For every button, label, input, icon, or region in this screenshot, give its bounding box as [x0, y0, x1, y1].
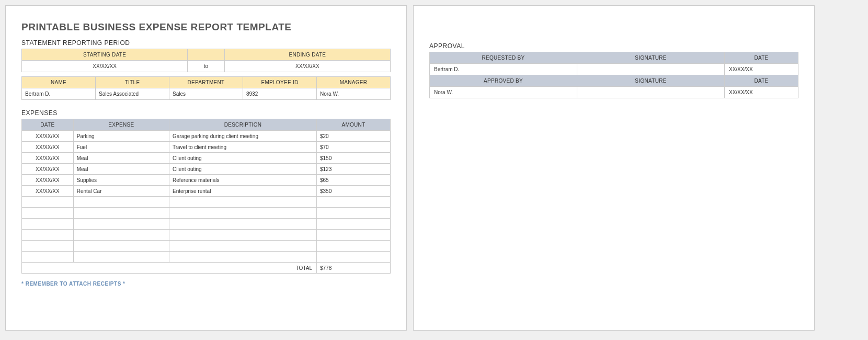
exp-cell-expense: [73, 219, 169, 230]
approval-approved-date: XX/XX/XX: [725, 87, 798, 98]
exp-header-amount: AMOUNT: [316, 119, 390, 131]
exp-cell-description: [169, 197, 316, 208]
exp-cell-description: Travel to client meeting: [169, 142, 316, 153]
table-row: [22, 241, 391, 252]
approval-requested-name: Bertram D.: [430, 64, 577, 75]
table-row: XX/XX/XXMealClient outing$123: [22, 164, 391, 175]
exp-cell-amount: [316, 252, 390, 263]
exp-cell-date: XX/XX/XX: [22, 131, 74, 142]
exp-cell-expense: Fuel: [73, 142, 169, 153]
emp-header-title: TITLE: [96, 77, 169, 88]
emp-value-title: Sales Associated: [96, 88, 169, 100]
receipts-reminder: * REMEMBER TO ATTACH RECEIPTS *: [21, 281, 391, 287]
exp-cell-expense: [73, 230, 169, 241]
approval-requested-date: XX/XX/XX: [725, 64, 798, 75]
approval-header-date: DATE: [725, 52, 798, 64]
period-sep-header: [188, 49, 225, 61]
exp-cell-date: [22, 208, 74, 219]
emp-value-department: Sales: [169, 88, 243, 100]
exp-cell-description: Client outing: [169, 164, 316, 175]
emp-header-name: NAME: [22, 77, 96, 88]
page-title: PRINTABLE BUSINESS EXPENSE REPORT TEMPLA…: [21, 21, 391, 33]
emp-value-name: Bertram D.: [22, 88, 96, 100]
exp-cell-expense: Meal: [73, 164, 169, 175]
exp-cell-date: XX/XX/XX: [22, 142, 74, 153]
approval-header-date-2: DATE: [725, 75, 798, 87]
table-row: XX/XX/XXMealClient outing$150: [22, 153, 391, 164]
exp-cell-expense: Rental Car: [73, 186, 169, 197]
period-end-header: ENDING DATE: [224, 49, 390, 61]
exp-cell-description: [169, 230, 316, 241]
expenses-total-label: TOTAL: [22, 263, 317, 274]
exp-cell-date: XX/XX/XX: [22, 153, 74, 164]
exp-cell-expense: [73, 197, 169, 208]
exp-cell-description: [169, 241, 316, 252]
exp-cell-description: Garage parking during client meeting: [169, 131, 316, 142]
exp-cell-date: [22, 241, 74, 252]
exp-cell-description: [169, 219, 316, 230]
exp-cell-date: XX/XX/XX: [22, 186, 74, 197]
exp-cell-amount: $350: [316, 186, 390, 197]
exp-cell-date: XX/XX/XX: [22, 175, 74, 186]
approval-header-signature-2: SIGNATURE: [577, 75, 725, 87]
table-row: [22, 208, 391, 219]
emp-header-manager: MANAGER: [317, 77, 391, 88]
table-row: [22, 252, 391, 263]
exp-cell-date: [22, 219, 74, 230]
exp-cell-description: Enterprise rental: [169, 186, 316, 197]
exp-cell-amount: [316, 241, 390, 252]
table-row: XX/XX/XXSuppliesReference materials$65: [22, 175, 391, 186]
page-left: PRINTABLE BUSINESS EXPENSE REPORT TEMPLA…: [5, 5, 407, 331]
table-row: XX/XX/XXParkingGarage parking during cli…: [22, 131, 391, 142]
approval-header-requested-by: REQUESTED BY: [430, 52, 577, 64]
exp-header-description: DESCRIPTION: [169, 119, 316, 131]
exp-header-date: DATE: [22, 119, 74, 131]
approval-requested-signature: [577, 64, 725, 75]
exp-cell-amount: [316, 219, 390, 230]
page-right: APPROVAL REQUESTED BY SIGNATURE DATE Ber…: [413, 5, 815, 331]
exp-cell-amount: [316, 197, 390, 208]
table-row: [22, 197, 391, 208]
approval-header-approved-by: APPROVED BY: [430, 75, 577, 87]
expenses-table: DATE EXPENSE DESCRIPTION AMOUNT XX/XX/XX…: [21, 119, 391, 274]
exp-cell-amount: $70: [316, 142, 390, 153]
period-start-value: XX/XX/XX: [22, 61, 188, 72]
approval-approved-name: Nora W.: [430, 87, 577, 98]
emp-value-manager: Nora W.: [317, 88, 391, 100]
table-row: [22, 219, 391, 230]
approval-section-title: APPROVAL: [429, 42, 798, 50]
emp-header-department: DEPARTMENT: [169, 77, 243, 88]
period-separator: to: [188, 61, 225, 72]
emp-header-employee-id: EMPLOYEE ID: [243, 77, 317, 88]
emp-value-employee-id: 8932: [243, 88, 317, 100]
period-end-value: XX/XX/XX: [224, 61, 390, 72]
exp-cell-expense: [73, 241, 169, 252]
period-table: STARTING DATE ENDING DATE XX/XX/XX to XX…: [21, 49, 391, 72]
approval-approved-signature: [577, 87, 725, 98]
approval-header-signature: SIGNATURE: [577, 52, 725, 64]
exp-cell-description: [169, 252, 316, 263]
exp-header-expense: EXPENSE: [73, 119, 169, 131]
approval-table: REQUESTED BY SIGNATURE DATE Bertram D. X…: [429, 52, 798, 98]
exp-cell-amount: $150: [316, 153, 390, 164]
exp-cell-description: Client outing: [169, 153, 316, 164]
exp-cell-amount: $20: [316, 131, 390, 142]
expenses-total-value: $778: [316, 263, 390, 274]
table-row: [22, 230, 391, 241]
exp-cell-expense: [73, 252, 169, 263]
exp-cell-expense: Meal: [73, 153, 169, 164]
exp-cell-expense: Parking: [73, 131, 169, 142]
exp-cell-amount: $65: [316, 175, 390, 186]
exp-cell-amount: [316, 208, 390, 219]
exp-cell-date: [22, 252, 74, 263]
exp-cell-date: [22, 230, 74, 241]
exp-cell-description: [169, 208, 316, 219]
exp-cell-description: Reference materials: [169, 175, 316, 186]
exp-cell-date: [22, 197, 74, 208]
table-row: XX/XX/XXFuelTravel to client meeting$70: [22, 142, 391, 153]
exp-cell-date: XX/XX/XX: [22, 164, 74, 175]
period-start-header: STARTING DATE: [22, 49, 188, 61]
table-row: XX/XX/XXRental CarEnterprise rental$350: [22, 186, 391, 197]
exp-cell-amount: $123: [316, 164, 390, 175]
exp-cell-expense: [73, 208, 169, 219]
